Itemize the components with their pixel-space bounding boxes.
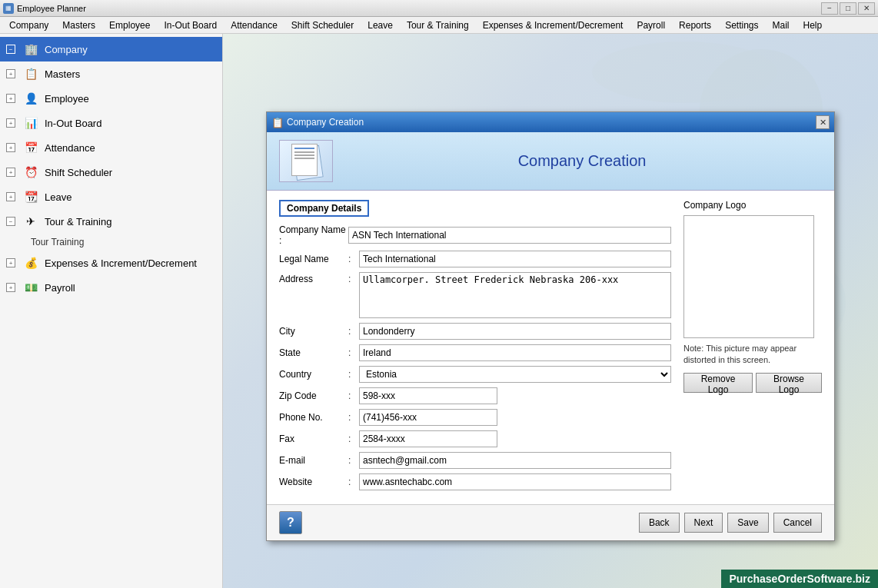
maximize-button[interactable]: □ — [840, 2, 856, 15]
menu-mail[interactable]: Mail — [766, 18, 795, 32]
sidebar-item-attendance[interactable]: + 📅 Attendance — [0, 135, 222, 160]
menu-payroll[interactable]: Payroll — [630, 18, 671, 32]
legal-name-input[interactable] — [359, 251, 671, 267]
fax-row: Fax : — [279, 430, 671, 447]
phone-label: Phone No. — [279, 412, 348, 423]
company-name-input[interactable] — [348, 227, 671, 244]
app-close-button[interactable]: ✕ — [858, 2, 875, 15]
state-input[interactable] — [359, 344, 671, 361]
logo-buttons: Remove Logo Browse Logo — [683, 373, 822, 393]
phone-input[interactable] — [359, 409, 497, 426]
sidebar-item-company[interactable]: − 🏢 Company — [0, 37, 222, 61]
paper-page-front — [291, 144, 318, 176]
sidebar-item-tour[interactable]: − ✈ Tour & Training — [0, 209, 222, 234]
sidebar-item-masters[interactable]: + 📋 Masters — [0, 61, 222, 86]
menu-help[interactable]: Help — [797, 18, 829, 32]
logo-box — [683, 215, 814, 338]
menu-company[interactable]: Company — [3, 18, 55, 32]
help-button[interactable]: ? — [279, 511, 302, 534]
website-row: Website : — [279, 473, 671, 490]
expand-payroll[interactable]: + — [6, 283, 15, 292]
sidebar: − 🏢 Company + 📋 Masters + 👤 Employee + 📊… — [0, 34, 223, 588]
sidebar-subitem-tourtraining[interactable]: Tour Training — [0, 234, 222, 251]
form-section: Company Details Company Name : Legal Nam… — [279, 200, 671, 495]
expand-masters[interactable]: + — [6, 69, 15, 78]
sidebar-label-inout: In-Out Board — [45, 118, 101, 129]
menu-tour[interactable]: Tour & Training — [401, 18, 475, 32]
expand-tour[interactable]: − — [6, 217, 15, 226]
menu-attendance[interactable]: Attendance — [224, 18, 284, 32]
expenses-icon: 💰 — [23, 255, 38, 271]
state-colon: : — [348, 347, 359, 358]
sidebar-label-leave: Leave — [45, 191, 72, 203]
dialog-header-icon — [279, 140, 333, 182]
title-bar-controls: − □ ✕ — [821, 2, 875, 15]
address-label: Address — [279, 272, 348, 284]
country-select[interactable]: Estonia Ireland USA UK India — [359, 366, 671, 383]
leave-icon: 📆 — [23, 189, 38, 204]
city-input[interactable] — [359, 323, 671, 340]
save-button[interactable]: Save — [727, 513, 768, 533]
dialog-title-icon: 📋 — [271, 117, 284, 128]
phone-row: Phone No. : — [279, 409, 671, 426]
menu-leave[interactable]: Leave — [361, 18, 399, 32]
tour-icon: ✈ — [23, 214, 38, 229]
menu-employee[interactable]: Employee — [103, 18, 156, 32]
browse-logo-button[interactable]: Browse Logo — [756, 373, 822, 393]
app-icon: ▦ — [3, 3, 14, 14]
menu-reports[interactable]: Reports — [673, 18, 717, 32]
back-button[interactable]: Back — [639, 513, 680, 533]
modal-overlay: 📋 Company Creation ✕ — [223, 34, 878, 588]
remove-logo-button[interactable]: Remove Logo — [683, 373, 753, 393]
sidebar-item-expenses[interactable]: + 💰 Expenses & Increment/Decrement — [0, 251, 222, 275]
email-label: E-mail — [279, 455, 348, 466]
menu-expenses[interactable]: Expenses & Increment/Decrement — [477, 18, 630, 32]
sidebar-item-inout[interactable]: + 📊 In-Out Board — [0, 111, 222, 135]
fax-input[interactable] — [359, 430, 497, 447]
dialog-body: Company Details Company Name : Legal Nam… — [267, 191, 834, 504]
cancel-button[interactable]: Cancel — [773, 513, 822, 533]
state-row: State : — [279, 344, 671, 361]
minimize-button[interactable]: − — [821, 2, 838, 15]
city-row: City : — [279, 323, 671, 340]
inout-icon: 📊 — [23, 115, 38, 131]
website-colon: : — [348, 477, 359, 487]
section-title: Company Details — [279, 200, 369, 217]
logo-section: Company Logo Note: This picture may appe… — [683, 200, 822, 495]
country-row: Country : Estonia Ireland USA UK India — [279, 366, 671, 383]
masters-icon: 📋 — [23, 66, 38, 81]
main-layout: − 🏢 Company + 📋 Masters + 👤 Employee + 📊… — [0, 34, 878, 588]
expand-expenses[interactable]: + — [6, 258, 15, 267]
sidebar-item-shift[interactable]: + ⏰ Shift Scheduler — [0, 160, 222, 184]
dialog-header: Company Creation — [267, 132, 834, 191]
expand-employee[interactable]: + — [6, 94, 15, 103]
logo-note: Note: This picture may appear distorted … — [683, 343, 822, 367]
dialog-close-button[interactable]: ✕ — [816, 115, 830, 129]
menu-settings[interactable]: Settings — [719, 18, 764, 32]
expand-shift[interactable]: + — [6, 168, 15, 177]
menu-inout[interactable]: In-Out Board — [158, 18, 223, 32]
expand-inout[interactable]: + — [6, 118, 15, 128]
fax-colon: : — [348, 434, 359, 444]
menu-shift[interactable]: Shift Scheduler — [285, 18, 360, 32]
email-input[interactable] — [359, 452, 671, 469]
expand-leave[interactable]: + — [6, 192, 15, 201]
title-bar: ▦ Employee Planner − □ ✕ — [0, 0, 878, 17]
menu-bar: Company Masters Employee In-Out Board At… — [0, 17, 878, 34]
next-button[interactable]: Next — [684, 513, 723, 533]
address-input[interactable]: Ullamcorper. Street Frederick Nebraska 2… — [359, 272, 671, 318]
city-colon: : — [348, 326, 359, 337]
expand-company[interactable]: − — [6, 45, 15, 54]
sidebar-item-payroll[interactable]: + 💵 Payroll — [0, 275, 222, 300]
logo-title: Company Logo — [683, 200, 822, 211]
sidebar-item-leave[interactable]: + 📆 Leave — [0, 184, 222, 209]
sidebar-item-employee[interactable]: + 👤 Employee — [0, 86, 222, 111]
title-bar-left: ▦ Employee Planner — [3, 3, 86, 14]
zipcode-input[interactable] — [359, 387, 497, 404]
expand-attendance[interactable]: + — [6, 143, 15, 152]
sidebar-label-masters: Masters — [45, 68, 80, 80]
menu-masters[interactable]: Masters — [56, 18, 101, 32]
company-creation-dialog: 📋 Company Creation ✕ — [266, 111, 835, 541]
company-name-row: Company Name : — [279, 224, 671, 246]
website-input[interactable] — [359, 473, 671, 490]
